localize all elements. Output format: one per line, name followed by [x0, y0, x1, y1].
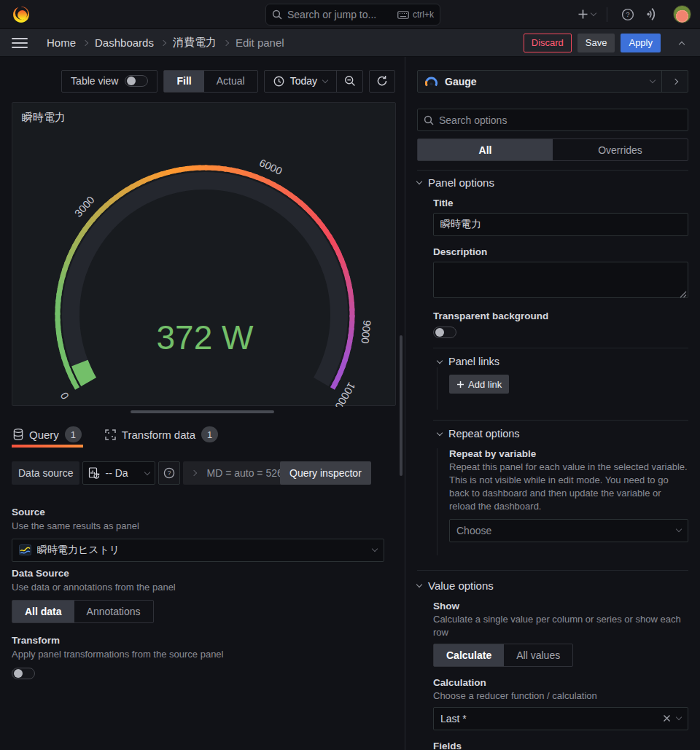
svg-text:?: ? — [626, 10, 629, 18]
breadcrumb-separator-icon — [160, 39, 166, 45]
show-options: Calculate All values — [433, 644, 573, 667]
breadcrumb-edit-panel: Edit panel — [236, 36, 284, 49]
value-options-section: Value options Show Calculate a single va… — [417, 579, 688, 750]
time-range-picker[interactable]: Today — [265, 71, 336, 92]
tab-overrides[interactable]: Overrides — [553, 139, 688, 160]
clock-icon — [273, 76, 284, 87]
plus-icon — [578, 9, 588, 20]
fill-option[interactable]: Fill — [164, 71, 203, 92]
fields-label: Fields — [433, 741, 688, 750]
data-source-description: Use data or annotations from the panel — [12, 581, 384, 594]
tab-all[interactable]: All — [418, 139, 553, 160]
svg-text:?: ? — [168, 469, 171, 477]
transform-count-badge: 1 — [201, 426, 218, 442]
search-icon — [272, 9, 282, 20]
divider — [433, 420, 688, 421]
data-source-field: Data Source Use data or annotations from… — [12, 568, 384, 623]
clear-icon[interactable] — [663, 714, 671, 722]
repeat-options-section: Repeat options Repeat by variable Repeat… — [433, 428, 688, 555]
data-source-options: All data Annotations — [12, 600, 154, 623]
breadcrumb-home[interactable]: Home — [47, 36, 76, 49]
calculation-label: Calculation — [433, 677, 688, 688]
query-tabs: Query 1 Transform data 1 — [12, 421, 219, 448]
panel-description-textarea[interactable] — [433, 262, 688, 298]
datasource-help-button[interactable]: ? — [158, 461, 180, 485]
table-view-switch[interactable] — [125, 75, 148, 87]
chevron-down-icon — [372, 546, 378, 552]
options-search-input[interactable]: Search options — [417, 109, 688, 131]
datasource-picker[interactable]: -- Da — [82, 461, 155, 485]
panel-edit-area: Table view Fill Actual Today — [0, 57, 405, 750]
apply-button[interactable]: Apply — [621, 34, 661, 52]
save-button[interactable]: Save — [578, 34, 615, 52]
all-values-option[interactable]: All values — [504, 644, 572, 666]
annotations-option[interactable]: Annotations — [74, 601, 153, 622]
discard-button[interactable]: Discard — [524, 34, 572, 52]
calculate-option[interactable]: Calculate — [434, 644, 504, 666]
panel-options-header[interactable]: Panel options — [417, 176, 688, 189]
timeseries-panel-icon — [19, 544, 31, 555]
chevron-down-icon — [676, 714, 682, 720]
transform-label: Transform — [12, 635, 384, 646]
collapse-header-button[interactable] — [675, 34, 688, 52]
show-description: Calculate a single value per column or s… — [433, 613, 688, 639]
query-inspector-button[interactable]: Query inspector — [280, 461, 371, 485]
keyboard-icon — [397, 11, 409, 19]
transform-icon — [105, 429, 116, 440]
tab-query[interactable]: Query 1 — [12, 421, 83, 448]
all-data-option[interactable]: All data — [12, 601, 74, 622]
news-icon-button[interactable] — [642, 4, 663, 25]
breadcrumb-dashboard-name[interactable]: 消費電力 — [173, 36, 217, 50]
panel-toolbar: Table view Fill Actual Today — [12, 69, 395, 93]
grafana-logo-icon[interactable] — [12, 5, 31, 24]
table-view-toggle[interactable]: Table view — [61, 70, 158, 93]
transform-field: Transform Apply panel transformations fr… — [12, 635, 384, 681]
panel-links-header[interactable]: Panel links — [433, 356, 688, 367]
chevron-right-icon — [672, 78, 677, 84]
add-link-button[interactable]: Add link — [449, 375, 509, 394]
visualization-picker[interactable]: Gauge — [418, 71, 661, 92]
panel-options-pane: Gauge Search options All Overrides Panel… — [405, 57, 700, 750]
svg-text:0: 0 — [58, 391, 71, 402]
add-menu-button[interactable] — [576, 4, 596, 25]
actual-option[interactable]: Actual — [204, 71, 257, 92]
query-options-summary[interactable]: MD = auto = 526 — [183, 461, 294, 485]
breadcrumb-dashboards[interactable]: Dashboards — [95, 36, 154, 49]
refresh-button[interactable] — [369, 70, 395, 93]
panel-title-input[interactable] — [433, 213, 688, 236]
repeat-variable-select[interactable]: Choose — [449, 519, 688, 542]
tab-transform-data[interactable]: Transform data 1 — [104, 421, 219, 448]
repeat-options-header[interactable]: Repeat options — [433, 428, 688, 440]
menu-icon[interactable] — [12, 38, 28, 48]
options-search-placeholder: Search options — [439, 114, 507, 126]
chevron-down-icon — [650, 77, 656, 83]
value-options-header[interactable]: Value options — [417, 579, 688, 592]
scrollbar-thumb[interactable] — [400, 335, 402, 476]
pane-resize-handle[interactable] — [131, 410, 274, 413]
chevron-right-icon — [191, 470, 197, 476]
help-icon: ? — [621, 8, 634, 21]
title-label: Title — [433, 198, 688, 208]
plus-icon — [456, 380, 464, 388]
source-select[interactable]: 瞬時電力ヒストリ — [12, 539, 384, 562]
keyboard-shortcut: ctrl+k — [397, 9, 434, 20]
chevron-down-icon — [416, 582, 422, 587]
top-navigation-bar: Search or jump to... ctrl+k ? — [0, 0, 700, 29]
chevron-down-icon — [676, 526, 682, 532]
transform-switch[interactable] — [12, 668, 35, 679]
source-label: Source — [12, 507, 384, 517]
search-bar[interactable]: Search or jump to... ctrl+k — [265, 4, 440, 26]
chevron-down-icon — [144, 469, 150, 474]
divider — [417, 170, 688, 171]
transparent-background-label: Transparent background — [433, 310, 688, 321]
panel-links-section: Panel links Add link — [433, 356, 688, 410]
chevron-down-icon — [322, 77, 328, 82]
svg-text:9000: 9000 — [359, 319, 373, 344]
zoom-out-time-button[interactable] — [336, 71, 362, 92]
transparent-background-switch[interactable] — [433, 327, 456, 338]
calculation-select[interactable]: Last * — [433, 707, 688, 730]
resize-grip-icon[interactable] — [680, 291, 687, 298]
avatar[interactable] — [673, 5, 691, 23]
help-icon-button[interactable]: ? — [618, 4, 638, 25]
close-options-pane-button[interactable] — [661, 71, 688, 92]
